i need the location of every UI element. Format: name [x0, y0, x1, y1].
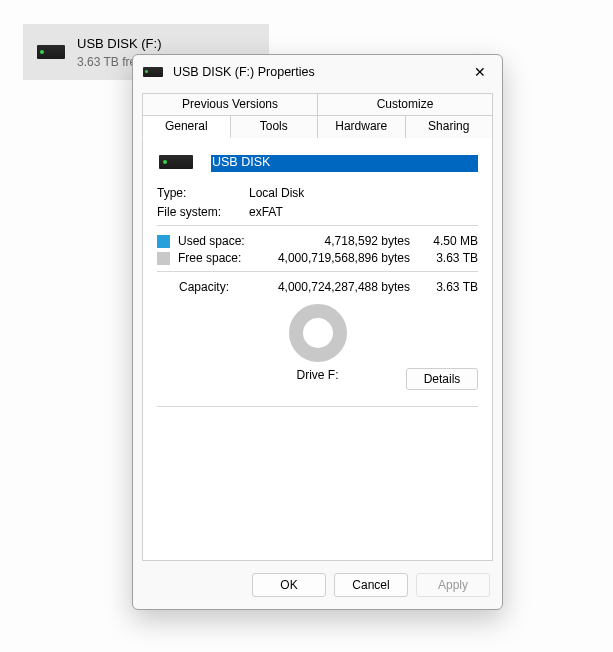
- drive-icon: [31, 32, 71, 72]
- titlebar[interactable]: USB DISK (F:) Properties ✕: [133, 55, 502, 89]
- panel-drive-icon: [157, 155, 211, 169]
- details-button[interactable]: Details: [406, 368, 478, 390]
- filesystem-label: File system:: [157, 205, 249, 219]
- tab-panel-general: USB DISK Type: Local Disk File system: e…: [142, 138, 493, 561]
- used-space-bytes: 4,718,592 bytes: [268, 234, 428, 248]
- capacity-bytes: 4,000,724,287,488 bytes: [257, 280, 428, 294]
- tab-hardware[interactable]: Hardware: [318, 115, 406, 138]
- volume-name-input[interactable]: USB DISK: [211, 152, 478, 172]
- used-space-human: 4.50 MB: [428, 234, 478, 248]
- close-button[interactable]: ✕: [466, 59, 494, 85]
- drive-letter-label: Drive F:: [297, 368, 339, 382]
- window-title: USB DISK (F:) Properties: [173, 65, 466, 79]
- tab-sharing[interactable]: Sharing: [406, 115, 494, 138]
- usage-pie-chart: [289, 304, 347, 362]
- type-value: Local Disk: [249, 186, 304, 200]
- drive-item-title: USB DISK (F:): [77, 36, 162, 51]
- tab-tools[interactable]: Tools: [231, 115, 319, 138]
- type-label: Type:: [157, 186, 249, 200]
- capacity-human: 3.63 TB: [428, 280, 478, 294]
- filesystem-value: exFAT: [249, 205, 283, 219]
- divider: [157, 406, 478, 407]
- ok-button[interactable]: OK: [252, 573, 326, 597]
- close-icon: ✕: [474, 64, 486, 80]
- tab-previous-versions[interactable]: Previous Versions: [142, 93, 318, 115]
- free-space-human: 3.63 TB: [428, 251, 478, 265]
- dialog-button-bar: OK Cancel Apply: [133, 567, 502, 609]
- free-space-bytes: 4,000,719,568,896 bytes: [268, 251, 428, 265]
- divider: [157, 271, 478, 272]
- tab-general[interactable]: General: [142, 115, 231, 138]
- titlebar-drive-icon: [143, 67, 163, 77]
- tab-customize[interactable]: Customize: [318, 93, 493, 115]
- properties-dialog: USB DISK (F:) Properties ✕ Previous Vers…: [132, 54, 503, 610]
- cancel-button[interactable]: Cancel: [334, 573, 408, 597]
- free-space-label: Free space:: [178, 251, 268, 265]
- tab-strip: Previous Versions Customize General Tool…: [142, 93, 493, 138]
- capacity-label: Capacity:: [157, 280, 257, 294]
- used-space-swatch: [157, 235, 170, 248]
- apply-button[interactable]: Apply: [416, 573, 490, 597]
- used-space-label: Used space:: [178, 234, 268, 248]
- free-space-swatch: [157, 252, 170, 265]
- divider: [157, 225, 478, 226]
- volume-name-text: USB DISK: [211, 155, 478, 172]
